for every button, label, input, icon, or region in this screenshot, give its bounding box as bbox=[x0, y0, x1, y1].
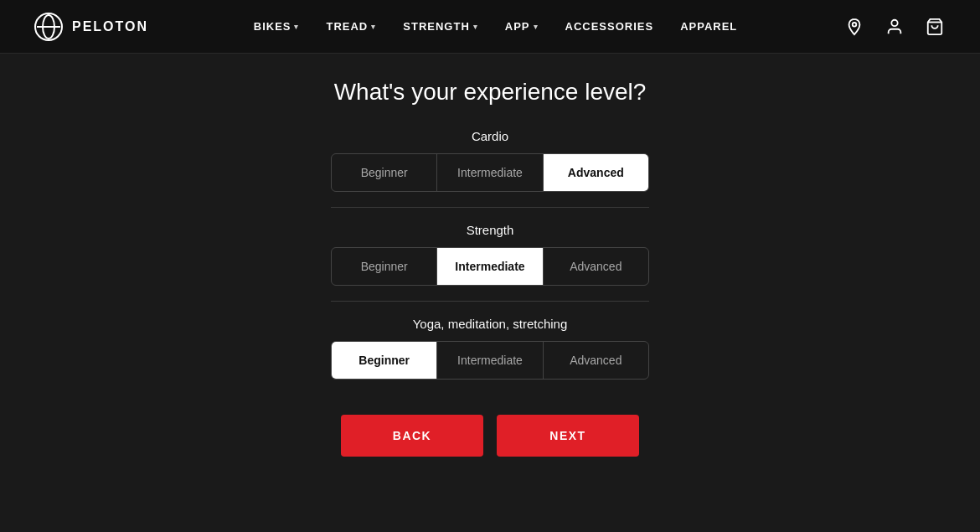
cardio-intermediate-button[interactable]: Intermediate bbox=[437, 154, 543, 191]
strength-level-buttons: Beginner Intermediate Advanced bbox=[331, 247, 649, 286]
logo[interactable]: PELOTON bbox=[34, 12, 148, 42]
nav-accessories[interactable]: ACCESSORIES bbox=[565, 20, 654, 33]
nav-app[interactable]: APP ▾ bbox=[505, 20, 539, 33]
next-button[interactable]: NEXT bbox=[497, 415, 639, 457]
chevron-down-icon: ▾ bbox=[294, 23, 299, 31]
svg-point-3 bbox=[853, 22, 857, 26]
strength-label: Strength bbox=[467, 223, 514, 237]
nav-strength[interactable]: STRENGTH ▾ bbox=[403, 20, 478, 33]
logo-text: PELOTON bbox=[72, 19, 148, 34]
bottom-actions: BACK NEXT bbox=[341, 415, 639, 457]
main-content: What's your experience level? Cardio Beg… bbox=[0, 54, 980, 473]
yoga-advanced-button[interactable]: Advanced bbox=[544, 342, 648, 379]
strength-advanced-button[interactable]: Advanced bbox=[544, 248, 648, 285]
yoga-intermediate-button[interactable]: Intermediate bbox=[437, 342, 543, 379]
cardio-beginner-button[interactable]: Beginner bbox=[332, 154, 437, 191]
nav-bikes[interactable]: BIKES ▾ bbox=[254, 20, 300, 33]
strength-intermediate-button[interactable]: Intermediate bbox=[437, 248, 543, 285]
nav-links: BIKES ▾ TREAD ▾ STRENGTH ▾ APP ▾ ACCESSO… bbox=[254, 20, 738, 33]
strength-beginner-button[interactable]: Beginner bbox=[332, 248, 437, 285]
user-icon[interactable] bbox=[883, 15, 906, 39]
chevron-down-icon: ▾ bbox=[534, 23, 539, 31]
nav-tread[interactable]: TREAD ▾ bbox=[326, 20, 376, 33]
chevron-down-icon: ▾ bbox=[473, 23, 478, 31]
peloton-logo-icon bbox=[34, 12, 64, 42]
nav-apparel[interactable]: APPAREL bbox=[680, 20, 737, 33]
strength-section: Strength Beginner Intermediate Advanced bbox=[331, 223, 649, 302]
cardio-level-buttons: Beginner Intermediate Advanced bbox=[331, 153, 649, 192]
yoga-label: Yoga, meditation, stretching bbox=[413, 317, 568, 331]
cardio-section: Cardio Beginner Intermediate Advanced bbox=[331, 129, 649, 208]
yoga-level-buttons: Beginner Intermediate Advanced bbox=[331, 341, 649, 380]
yoga-beginner-button[interactable]: Beginner bbox=[332, 342, 437, 379]
svg-point-4 bbox=[891, 19, 897, 25]
yoga-section: Yoga, meditation, stretching Beginner In… bbox=[331, 317, 649, 395]
page-title: What's your experience level? bbox=[334, 79, 647, 106]
cart-icon[interactable] bbox=[923, 15, 946, 39]
back-button[interactable]: BACK bbox=[341, 415, 483, 457]
location-icon[interactable] bbox=[843, 15, 866, 39]
nav-actions bbox=[843, 15, 946, 39]
chevron-down-icon: ▾ bbox=[371, 23, 376, 31]
cardio-advanced-button[interactable]: Advanced bbox=[544, 154, 648, 191]
cardio-label: Cardio bbox=[472, 129, 508, 143]
experience-container: Cardio Beginner Intermediate Advanced St… bbox=[331, 129, 649, 395]
navigation: PELOTON BIKES ▾ TREAD ▾ STRENGTH ▾ APP ▾… bbox=[0, 0, 980, 54]
